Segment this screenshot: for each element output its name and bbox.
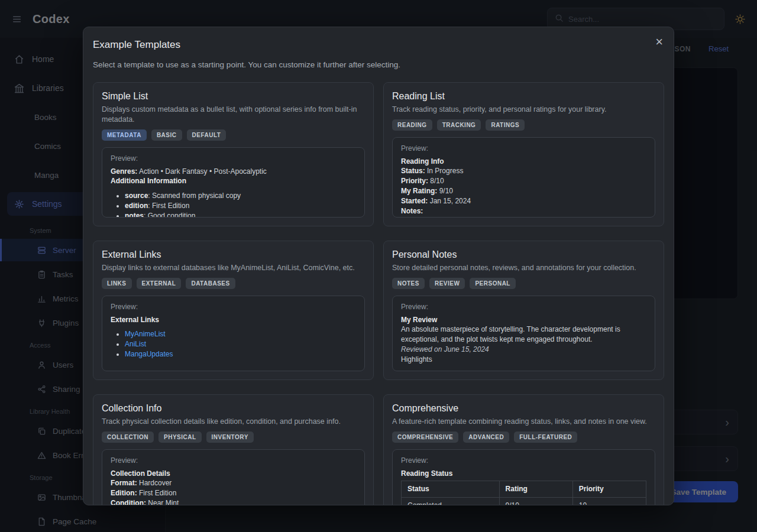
template-description: Track reading status, priority, and pers…: [392, 105, 655, 115]
preview-heading: External Links: [111, 315, 356, 325]
close-icon[interactable]: ×: [655, 35, 663, 48]
preview-field: Condition: Near Mint: [111, 498, 356, 505]
preview-label: Preview:: [401, 302, 646, 312]
template-description: Display links to external databases like…: [102, 263, 365, 273]
template-card-external-links[interactable]: External Links Display links to external…: [93, 241, 374, 380]
template-card-grid: Simple List Displays custom metadata as …: [93, 82, 664, 505]
preview-genres-line: Genres: Action • Dark Fantasy • Post-Apo…: [111, 167, 356, 177]
preview-field: Notes:: [401, 206, 646, 216]
list-item: AniList: [125, 339, 356, 349]
table-cell: Completed: [402, 498, 500, 505]
tag-badge: RATINGS: [486, 119, 525, 131]
tag-badge: NOTES: [392, 278, 425, 289]
preview-field: My Rating: 9/10: [401, 186, 646, 196]
preview-link-list: MyAnimeList AniList MangaUpdates: [111, 329, 356, 359]
template-title: External Links: [102, 249, 365, 260]
tag-badge: EXTERNAL: [137, 278, 182, 289]
tag-badge: DEFAULT: [187, 129, 227, 141]
template-tags: NOTES REVIEW PERSONAL: [392, 278, 655, 289]
template-card-reading-list[interactable]: Reading List Track reading status, prior…: [383, 82, 664, 226]
template-preview: Preview: Genres: Action • Dark Fantasy •…: [102, 147, 365, 218]
preview-heading: Reading Info: [401, 157, 646, 167]
preview-label: Preview:: [401, 456, 646, 466]
preview-field: Format: Hardcover: [111, 478, 356, 488]
column-header: Status: [402, 481, 500, 498]
template-tags: READING TRACKING RATINGS: [392, 119, 655, 131]
list-item: MyAnimeList: [125, 329, 356, 339]
tag-badge: BASIC: [151, 129, 182, 141]
list-item: notes: Good condition: [125, 211, 356, 218]
template-title: Reading List: [392, 91, 655, 102]
tag-badge: METADATA: [102, 129, 147, 141]
preview-label: Preview:: [111, 302, 356, 312]
template-title: Collection Info: [102, 403, 365, 414]
template-description: Displays custom metadata as a bullet lis…: [102, 105, 365, 125]
template-tags: LINKS EXTERNAL DATABASES: [102, 278, 365, 289]
example-templates-modal: Example Templates × Select a template to…: [83, 27, 674, 505]
template-card-comprehensive[interactable]: Comprehensive A feature-rich template co…: [383, 394, 664, 505]
reading-status-table: Status Rating Priority Completed 9/10 10: [401, 481, 646, 505]
list-item: MangaUpdates: [125, 349, 356, 359]
external-link[interactable]: AniList: [125, 340, 146, 348]
template-preview: Preview: Reading Status Status Rating Pr…: [392, 449, 655, 505]
template-card-simple-list[interactable]: Simple List Displays custom metadata as …: [93, 82, 374, 226]
template-title: Simple List: [102, 91, 365, 102]
template-description: Store detailed personal notes, reviews, …: [392, 263, 655, 273]
preview-bullet-list: source: Scanned from physical copy editi…: [111, 191, 356, 218]
review-meta: Reviewed on June 15, 2024: [401, 345, 646, 355]
external-link[interactable]: MangaUpdates: [125, 350, 173, 358]
preview-heading: Reading Status: [401, 469, 646, 479]
preview-label: Preview:: [401, 144, 646, 154]
template-tags: METADATA BASIC DEFAULT: [102, 129, 365, 141]
tag-badge: DATABASES: [186, 278, 235, 289]
tag-badge: COLLECTION: [102, 432, 154, 443]
template-description: A feature-rich template combining readin…: [392, 417, 655, 427]
preview-heading: Additional Information: [111, 176, 356, 186]
tag-badge: COMPREHENSIVE: [392, 432, 458, 443]
template-card-personal-notes[interactable]: Personal Notes Store detailed personal n…: [383, 241, 664, 380]
preview-field: Priority: 8/10: [401, 176, 646, 186]
template-card-collection-info[interactable]: Collection Info Track physical collectio…: [93, 394, 374, 505]
template-tags: COMPREHENSIVE ADVANCED FULL-FEATURED: [392, 432, 655, 443]
preview-label: Preview:: [111, 456, 356, 466]
template-preview: Preview: Reading Info Status: In Progres…: [392, 137, 655, 218]
template-description: Track physical collection details like e…: [102, 417, 365, 427]
preview-subheading: Highlights: [401, 355, 646, 365]
template-title: Comprehensive: [392, 403, 655, 414]
template-preview: Preview: Collection Details Format: Hard…: [102, 449, 365, 505]
preview-label: Preview:: [111, 154, 356, 164]
review-body: An absolute masterpiece of storytelling.…: [401, 325, 646, 345]
template-preview: Preview: My Review An absolute masterpie…: [392, 296, 655, 371]
preview-field: Status: In Progress: [401, 166, 646, 176]
tag-badge: INVENTORY: [206, 432, 254, 443]
list-item: edition: First Edition: [125, 201, 356, 211]
preview-field: Started: Jan 15, 2024: [401, 196, 646, 206]
external-link[interactable]: MyAnimeList: [125, 330, 166, 338]
tag-badge: PERSONAL: [470, 278, 516, 289]
tag-badge: REVIEW: [429, 278, 465, 289]
table-cell: 10: [572, 498, 646, 505]
preview-heading: My Review: [401, 315, 646, 325]
modal-title: Example Templates: [93, 39, 664, 51]
table-header-row: Status Rating Priority: [402, 481, 646, 498]
modal-subtitle: Select a template to use as a starting p…: [93, 60, 664, 69]
tag-badge: FULL-FEATURED: [514, 432, 577, 443]
tag-badge: TRACKING: [437, 119, 481, 131]
tag-badge: READING: [392, 119, 432, 131]
table-row: Completed 9/10 10: [402, 498, 646, 505]
preview-heading: Collection Details: [111, 469, 356, 479]
column-header: Rating: [499, 481, 572, 498]
app-window: Codex Home Libraries Books Comics Manga: [0, 0, 757, 532]
template-tags: COLLECTION PHYSICAL INVENTORY: [102, 432, 365, 443]
table-cell: 9/10: [499, 498, 572, 505]
template-preview: Preview: External Links MyAnimeList AniL…: [102, 296, 365, 371]
column-header: Priority: [572, 481, 646, 498]
tag-badge: ADVANCED: [463, 432, 509, 443]
preview-field: Edition: First Edition: [111, 488, 356, 498]
tag-badge: PHYSICAL: [158, 432, 202, 443]
tag-badge: LINKS: [102, 278, 132, 289]
list-item: source: Scanned from physical copy: [125, 191, 356, 201]
template-title: Personal Notes: [392, 249, 655, 260]
